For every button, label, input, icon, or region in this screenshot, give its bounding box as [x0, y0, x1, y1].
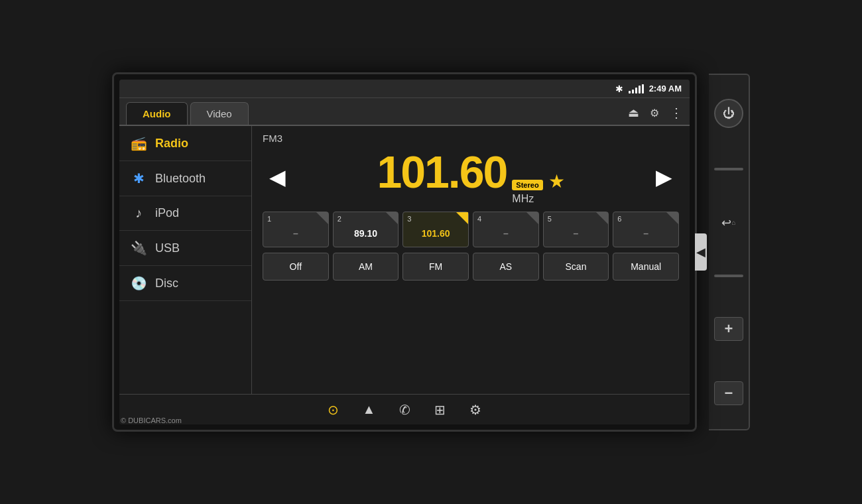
signal-bar-2 [632, 90, 634, 94]
volume-up-button[interactable]: + [714, 317, 743, 341]
menu-icon[interactable]: ⋮ [670, 105, 683, 121]
freq-display: 101.60 Stereo MHz ★ [377, 149, 564, 205]
sidebar-item-ipod[interactable]: ♪ iPod [119, 196, 251, 231]
ctrl-as[interactable]: AS [473, 253, 539, 281]
nav-navigation-icon[interactable]: ▲ [363, 402, 376, 417]
ctrl-scan[interactable]: Scan [543, 253, 609, 281]
controls-row: Off AM FM AS Scan Manual [263, 253, 679, 281]
freq-next-button[interactable]: ▶ [649, 164, 679, 190]
radio-content: FM3 ◀ 101.60 Stereo MHz ★ ▶ [252, 126, 690, 394]
home-icon: ⌂ [731, 219, 735, 226]
divider-line [714, 168, 743, 170]
tab-bar: Audio Video ⏏ ⚙ ⋮ [119, 98, 690, 126]
ctrl-off[interactable]: Off [263, 253, 329, 281]
ctrl-am[interactable]: AM [333, 253, 399, 281]
sidebar-label-bluetooth: Bluetooth [155, 172, 206, 186]
sidebar-label-ipod: iPod [155, 206, 179, 220]
tab-audio[interactable]: Audio [126, 102, 188, 125]
usb-icon: 🔌 [130, 240, 147, 256]
status-bar: ✱ 2:49 AM [119, 80, 690, 98]
frequency-row: ◀ 101.60 Stereo MHz ★ ▶ [263, 149, 679, 205]
sidebar-item-usb[interactable]: 🔌 USB [119, 231, 251, 266]
back-button[interactable]: ↩ ⌂ [714, 211, 743, 235]
sidebar: 📻 Radio ✱ Bluetooth ♪ iPod 🔌 USB [119, 126, 252, 394]
signal-bar-1 [629, 91, 631, 94]
right-controls-panel: ⏻ ↩ ⌂ + − [709, 74, 750, 430]
sidebar-item-radio[interactable]: 📻 Radio [119, 126, 251, 161]
signal-bar-3 [635, 88, 637, 94]
ipod-icon: ♪ [130, 206, 147, 221]
nav-play-icon[interactable]: ⊙ [328, 402, 339, 418]
volume-down-button[interactable]: − [714, 381, 743, 405]
back-icon: ↩ [721, 216, 731, 230]
screen: ✱ 2:49 AM Audio Video ⏏ ⚙ ⋮ [119, 80, 690, 424]
disc-icon: 💿 [130, 275, 147, 291]
power-button[interactable]: ⏻ [714, 99, 743, 128]
radio-icon: 📻 [130, 135, 147, 151]
sidebar-item-bluetooth[interactable]: ✱ Bluetooth [119, 161, 251, 196]
ctrl-fm[interactable]: FM [402, 253, 469, 281]
equalizer-icon[interactable]: ⚙ [650, 107, 659, 119]
eject-icon[interactable]: ⏏ [628, 105, 639, 120]
bottom-nav: ⊙ ▲ ✆ ⊞ ⚙ [119, 394, 690, 424]
side-panel-arrow[interactable]: ◀ [695, 233, 707, 271]
nav-settings-icon[interactable]: ⚙ [469, 402, 481, 418]
watermark: © DUBICARS.com [121, 416, 182, 424]
preset-4[interactable]: 4 – [473, 212, 539, 247]
status-time: 2:49 AM [649, 84, 682, 94]
nav-apps-icon[interactable]: ⊞ [434, 402, 446, 418]
frequency-number: 101.60 [377, 149, 507, 194]
preset-3[interactable]: 3 101.60 [402, 212, 469, 247]
tab-icons: ⏏ ⚙ ⋮ [628, 105, 683, 125]
sidebar-label-radio: Radio [155, 137, 188, 151]
nav-phone-icon[interactable]: ✆ [399, 402, 410, 418]
freq-details: Stereo MHz [512, 180, 542, 205]
sidebar-label-disc: Disc [155, 277, 178, 290]
freq-prev-button[interactable]: ◀ [263, 164, 292, 190]
bluetooth-icon: ✱ [130, 170, 147, 186]
freq-unit: MHz [512, 193, 542, 205]
outer-frame: ✱ 2:49 AM Audio Video ⏏ ⚙ ⋮ [112, 72, 750, 432]
screen-bezel: ✱ 2:49 AM Audio Video ⏏ ⚙ ⋮ [112, 72, 697, 432]
favorite-star-icon[interactable]: ★ [548, 170, 565, 192]
divider-line-2 [714, 275, 743, 277]
signal-bar-4 [639, 86, 641, 94]
preset-6[interactable]: 6 – [613, 212, 679, 247]
presets-row: 1 – 2 89.10 3 101.60 [263, 212, 679, 247]
preset-1[interactable]: 1 – [263, 212, 329, 247]
ctrl-manual[interactable]: Manual [613, 253, 679, 281]
sidebar-label-usb: USB [155, 241, 180, 255]
sidebar-item-disc[interactable]: 💿 Disc [119, 266, 251, 301]
stereo-badge: Stereo [512, 180, 542, 190]
signal-bar-5 [642, 84, 644, 94]
tab-video[interactable]: Video [190, 102, 249, 125]
main-content: 📻 Radio ✱ Bluetooth ♪ iPod 🔌 USB [119, 126, 690, 394]
preset-2[interactable]: 2 89.10 [333, 212, 399, 247]
power-icon: ⏻ [723, 107, 735, 121]
band-label: FM3 [263, 133, 679, 144]
signal-bars [629, 84, 644, 94]
preset-5[interactable]: 5 – [543, 212, 609, 247]
bluetooth-status-icon: ✱ [615, 84, 623, 94]
